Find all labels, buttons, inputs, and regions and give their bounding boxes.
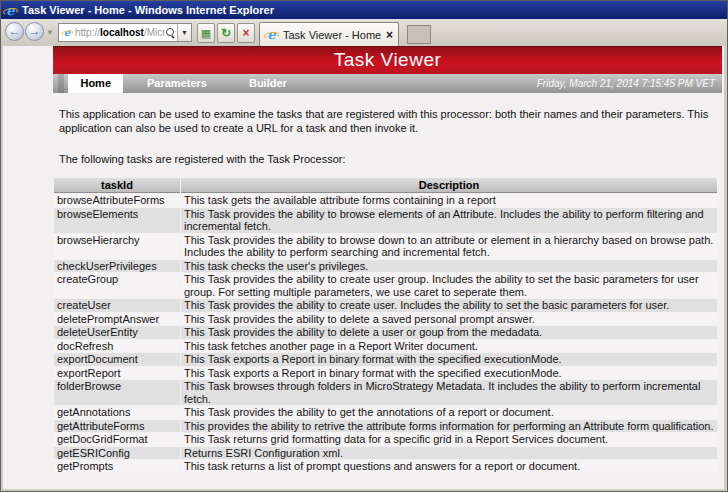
back-button[interactable]: ← — [5, 22, 24, 41]
refresh-button[interactable]: ↻ — [217, 23, 235, 43]
task-id-cell: folderBrowse — [54, 380, 180, 405]
url-path: /MicroStr — [144, 27, 165, 38]
table-row: createGroupThis Task provides the abilit… — [54, 273, 717, 298]
tab-close-icon[interactable]: × — [386, 28, 393, 42]
column-header-description: Description — [181, 178, 717, 193]
task-description-cell: Returns ESRI Configuration xml. — [181, 447, 717, 460]
task-id-cell: getAnnotations — [54, 406, 180, 419]
task-description-cell: This Task provides the ability to browse… — [181, 208, 717, 233]
new-tab-button[interactable] — [407, 25, 431, 44]
task-description-cell: This Task provides the ability to delete… — [181, 313, 717, 326]
task-description-cell: This Task returns grid formatting data f… — [181, 433, 717, 446]
ie-logo-icon: e — [4, 4, 17, 17]
forward-button[interactable]: → — [25, 22, 44, 41]
task-description-cell: This Task exports a Report in binary for… — [181, 353, 717, 366]
search-icon[interactable] — [165, 28, 175, 38]
task-description-cell: This task gets the available attribute f… — [181, 194, 717, 207]
task-id-cell: deleteUserEntity — [54, 326, 180, 339]
task-description-cell: This task fetches another page in a Repo… — [181, 340, 717, 353]
tab-shadow — [58, 74, 64, 93]
stop-button[interactable]: × — [237, 23, 255, 43]
task-id-cell: browseAttributeForms — [54, 194, 180, 207]
datetime-text: Friday, March 21, 2014 7:15:45 PM VET — [537, 78, 715, 89]
address-dropdown-button[interactable]: ▼ — [177, 24, 191, 41]
page-tab-bar: HomeParametersBuilder Friday, March 21, … — [53, 74, 722, 93]
task-description-cell: This Task provides the ability to create… — [181, 299, 717, 312]
task-id-cell: exportReport — [54, 367, 180, 380]
task-id-cell: getESRIConfig — [54, 447, 180, 460]
task-description-cell: This Task provides the ability to delete… — [181, 326, 717, 339]
table-row: getDocGridFormatThis Task returns grid f… — [54, 433, 717, 446]
task-id-cell: getPrompts — [54, 460, 180, 473]
address-bar[interactable]: e http://localhost/MicroStr ▼ — [58, 23, 192, 42]
page-tab-parameters[interactable]: Parameters — [135, 74, 219, 93]
task-description-cell: This provides the ability to retrive the… — [181, 420, 717, 433]
task-description-cell: This task returns a list of prompt quest… — [181, 460, 717, 473]
task-description-cell: This Task browses through folders in Mic… — [181, 380, 717, 405]
task-id-cell: deletePromptAnswer — [54, 313, 180, 326]
compatibility-view-button[interactable]: ▦ — [197, 23, 215, 43]
url-scheme: http:// — [75, 27, 100, 38]
task-id-cell: createGroup — [54, 273, 180, 298]
task-description-cell: This Task provides the ability to create… — [181, 273, 717, 298]
table-row: browseAttributeFormsThis task gets the a… — [54, 194, 717, 207]
page-tab-builder[interactable]: Builder — [237, 74, 299, 93]
table-header-row: taskId Description — [54, 178, 717, 193]
task-description-cell: This Task provides the ability to browse… — [181, 234, 717, 259]
table-row: getPromptsThis task returns a list of pr… — [54, 460, 717, 473]
task-id-cell: browseElements — [54, 208, 180, 233]
tasks-table: taskId Description browseAttributeFormsT… — [53, 177, 718, 474]
page-tab-home[interactable]: Home — [68, 74, 123, 93]
page-favicon-icon: e — [62, 27, 72, 37]
page-banner: Task Viewer — [53, 46, 722, 74]
table-row: deletePromptAnswerThis Task provides the… — [54, 313, 717, 326]
task-description-cell: This Task provides the ability to get th… — [181, 406, 717, 419]
recent-pages-dropdown-icon[interactable]: ▼ — [46, 28, 54, 37]
browser-tab[interactable]: e Task Viewer - Home × — [259, 22, 399, 46]
window-title: Task Viewer - Home - Windows Internet Ex… — [22, 4, 274, 16]
table-row: createUserThis Task provides the ability… — [54, 299, 717, 312]
task-id-cell: createUser — [54, 299, 180, 312]
task-description-cell: This task checks the user's privileges. — [181, 260, 717, 273]
browser-window: e Task Viewer - Home - Windows Internet … — [0, 0, 728, 492]
table-row: getAttributeFormsThis provides the abili… — [54, 420, 717, 433]
url-host: localhost — [100, 27, 144, 38]
table-row: browseElementsThis Task provides the abi… — [54, 208, 717, 233]
intro-paragraph: This application can be used to examine … — [59, 107, 715, 135]
task-id-cell: exportDocument — [54, 353, 180, 366]
table-row: checkUserPrivilegesThis task checks the … — [54, 260, 717, 273]
task-id-cell: checkUserPrivileges — [54, 260, 180, 273]
table-row: deleteUserEntityThis Task provides the a… — [54, 326, 717, 339]
table-row: folderBrowseThis Task browses through fo… — [54, 380, 717, 405]
title-bar[interactable]: e Task Viewer - Home - Windows Internet … — [1, 1, 727, 19]
table-row: getESRIConfigReturns ESRI Configuration … — [54, 447, 717, 460]
table-row: exportDocumentThis Task exports a Report… — [54, 353, 717, 366]
table-row: docRefreshThis task fetches another page… — [54, 340, 717, 353]
table-row: exportReportThis Task exports a Report i… — [54, 367, 717, 380]
tab-favicon-icon: e — [265, 28, 278, 41]
task-id-cell: docRefresh — [54, 340, 180, 353]
address-url[interactable]: http://localhost/MicroStr — [75, 27, 165, 38]
page-title: Task Viewer — [334, 49, 442, 70]
task-id-cell: getDocGridFormat — [54, 433, 180, 446]
column-header-taskid: taskId — [54, 178, 180, 193]
page-viewport: Task Viewer HomeParametersBuilder Friday… — [3, 46, 724, 489]
browser-tab-title: Task Viewer - Home — [283, 29, 386, 41]
task-id-cell: browseHierarchy — [54, 234, 180, 259]
table-row: browseHierarchyThis Task provides the ab… — [54, 234, 717, 259]
navigation-bar: ← → ▼ e http://localhost/MicroStr ▼ ▦ ↻ … — [1, 19, 727, 46]
task-id-cell: getAttributeForms — [54, 420, 180, 433]
table-row: getAnnotationsThis Task provides the abi… — [54, 406, 717, 419]
task-description-cell: This Task exports a Report in binary for… — [181, 367, 717, 380]
tasks-intro-paragraph: The following tasks are registered with … — [59, 152, 715, 166]
